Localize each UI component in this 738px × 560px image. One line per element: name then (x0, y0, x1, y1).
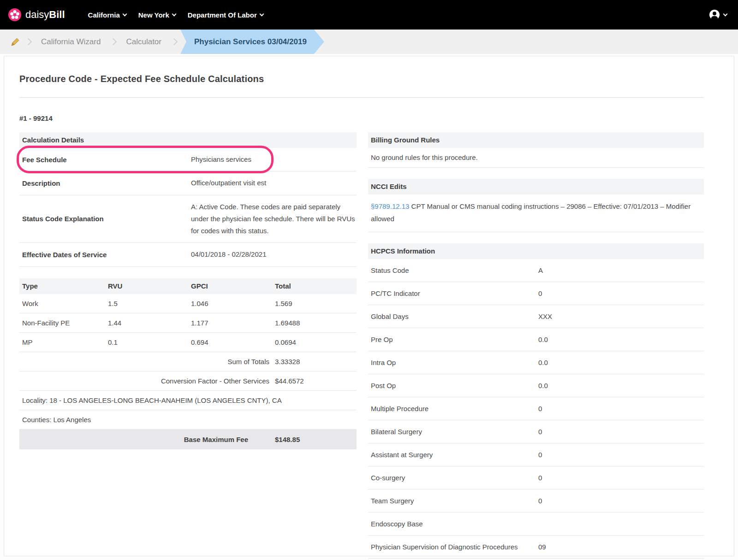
hcpcs-row-label: Assistant at Surgery (371, 448, 538, 461)
hcpcs-row-value: 0 (538, 451, 704, 459)
rvu-header-type: Type (22, 282, 108, 290)
hcpcs-row-label: Co-surgery (371, 472, 538, 484)
conversion-factor-value: $44.6572 (275, 377, 304, 385)
nav-item-california[interactable]: California (88, 11, 126, 19)
hcpcs-row-value: 09 (538, 543, 704, 551)
conversion-factor-label: Conversion Factor - Other Services (19, 377, 269, 385)
hcpcs-row-value: 0.0 (538, 336, 704, 343)
calculation-details-column: Calculation Details Fee Schedule Physici… (19, 132, 357, 560)
breadcrumb-home[interactable] (6, 29, 25, 54)
chevron-down-icon (172, 12, 176, 16)
ncci-edits-text: §9789.12.13 CPT Manual or CMS manual cod… (368, 195, 704, 232)
breadcrumb-label: Calculator (126, 37, 161, 47)
hcpcs-row: PC/TC Indicator 0 (368, 282, 704, 305)
conversion-factor-row: Conversion Factor - Other Services $44.6… (19, 371, 357, 391)
fee-schedule-label: Fee Schedule (22, 156, 191, 164)
title-divider (19, 97, 704, 98)
hcpcs-row: Status Code A (368, 259, 704, 282)
billing-info-column: Billing Ground Rules No ground rules for… (368, 132, 704, 560)
nav-item-department-of-labor-label: Department Of Labor (188, 11, 257, 19)
hcpcs-row: Team Surgery 0 (368, 489, 704, 513)
breadcrumb-label: California Wizard (41, 37, 101, 47)
user-icon (709, 9, 720, 20)
hcpcs-row-value: 0.0 (538, 382, 704, 389)
hcpcs-row-label: Status Code (371, 264, 538, 277)
procedure-heading: #1 - 99214 (19, 114, 704, 122)
rvu-cell-total: 0.0694 (275, 338, 357, 346)
hcpcs-row-label: PC/TC Indicator (371, 287, 538, 300)
pencil-note-icon (10, 37, 20, 47)
status-code-explanation-row: Status Code Explanation A: Active Code. … (19, 195, 357, 243)
rvu-table-header-row: Type RVU GPCI Total (19, 278, 357, 294)
billing-ground-rules-header: Billing Ground Rules (368, 132, 704, 148)
top-nav-bar: daisyBill California New York Department… (0, 0, 738, 29)
billing-ground-rules-section: Billing Ground Rules No ground rules for… (368, 132, 704, 168)
hcpcs-row: Assistant at Surgery 0 (368, 443, 704, 466)
effective-dates-label: Effective Dates of Service (22, 251, 191, 259)
user-menu[interactable] (709, 9, 727, 20)
hcpcs-row-label: Physician Supervision of Diagnostic Proc… (371, 541, 538, 553)
rvu-cell-gpci: 1.177 (191, 319, 275, 327)
nav-item-new-york[interactable]: New York (138, 11, 176, 19)
rvu-table-row: MP 0.1 0.694 0.0694 (19, 333, 357, 352)
hcpcs-row: Endoscopy Base (368, 513, 704, 536)
breadcrumb: California Wizard Calculator Physician S… (0, 29, 738, 54)
hcpcs-information-header: HCPCS Information (368, 243, 704, 259)
status-code-explanation-label: Status Code Explanation (22, 215, 191, 223)
hcpcs-information-body: Status Code A PC/TC Indicator 0 Global D… (368, 259, 704, 560)
chevron-separator-icon (171, 38, 178, 46)
description-label: Description (22, 179, 191, 187)
base-maximum-fee-value: $148.85 (275, 436, 300, 443)
fee-schedule-row: Fee Schedule Physicians services (19, 148, 357, 171)
hcpcs-row: Multiple Procedure 0 (368, 397, 704, 420)
daisybill-flower-icon (8, 8, 21, 21)
daisybill-wordmark: daisyBill (25, 9, 65, 21)
counties-row: Counties: Los Angeles (19, 410, 357, 430)
rvu-table-row: Work 1.5 1.046 1.569 (19, 294, 357, 313)
rvu-cell-gpci: 0.694 (191, 338, 275, 346)
rvu-cell-type: Non-Facility PE (22, 319, 108, 327)
sum-of-totals-value: 3.33328 (275, 358, 300, 365)
rvu-table-row: Non-Facility PE 1.44 1.177 1.69488 (19, 313, 357, 333)
rvu-cell-gpci: 1.046 (191, 300, 275, 307)
chevron-down-icon (259, 12, 264, 16)
rvu-cell-rvu: 1.5 (108, 300, 191, 307)
rvu-header-rvu: RVU (108, 282, 191, 290)
hcpcs-row-value: XXX (538, 312, 704, 320)
hcpcs-row-label: Bilateral Surgery (371, 425, 538, 438)
hcpcs-row: Pre Op 0.0 (368, 328, 704, 351)
breadcrumb-physician-services-active: Physician Services 03/04/2019 (180, 29, 324, 54)
billing-ground-rules-text: No ground rules for this procedure. (368, 148, 704, 168)
rvu-header-total: Total (275, 282, 357, 290)
hcpcs-row-value: 0 (538, 497, 704, 505)
base-maximum-fee-row: Base Maximum Fee $148.85 (19, 430, 357, 449)
breadcrumb-active-label: Physician Services 03/04/2019 (194, 37, 307, 47)
rvu-table-body: Work 1.5 1.046 1.569 Non-Facility PE 1.4… (19, 294, 357, 352)
fee-schedule-value: Physicians services (191, 153, 357, 165)
nav-item-department-of-labor[interactable]: Department Of Labor (188, 11, 263, 19)
hcpcs-row: Physician Supervision of Diagnostic Proc… (368, 536, 704, 559)
nav-item-new-york-label: New York (138, 11, 169, 19)
hcpcs-row: Intra Op 0.0 (368, 351, 704, 374)
sum-of-totals-row: Sum of Totals 3.33328 (19, 352, 357, 371)
breadcrumb-calculator[interactable]: Calculator (117, 29, 171, 54)
ncci-edits-section: NCCI Edits §9789.12.13 CPT Manual or CMS… (368, 179, 704, 232)
hcpcs-row-label: Multiple Procedure (371, 402, 538, 415)
description-row: Description Office/outpatient visit est (19, 171, 357, 195)
rvu-cell-type: Work (22, 300, 108, 307)
rvu-table: Type RVU GPCI Total Work 1.5 1.046 1.569 (19, 278, 357, 449)
chevron-down-icon (122, 12, 127, 16)
rvu-header-gpci: GPCI (191, 282, 275, 290)
chevron-down-icon (723, 12, 728, 16)
sum-of-totals-label: Sum of Totals (19, 358, 269, 365)
hcpcs-row-label: Team Surgery (371, 495, 538, 507)
hcpcs-row-label: Pre Op (371, 333, 538, 346)
breadcrumb-california-wizard[interactable]: California Wizard (32, 29, 110, 54)
hcpcs-row-value: 0 (538, 405, 704, 413)
chevron-separator-icon (25, 38, 32, 46)
daisybill-logo[interactable]: daisyBill (8, 8, 65, 21)
nav-item-california-label: California (88, 11, 120, 19)
hcpcs-row-value: 0 (538, 474, 704, 482)
hcpcs-row-label: Endoscopy Base (371, 518, 538, 530)
ncci-regulation-link[interactable]: §9789.12.13 (371, 202, 409, 210)
